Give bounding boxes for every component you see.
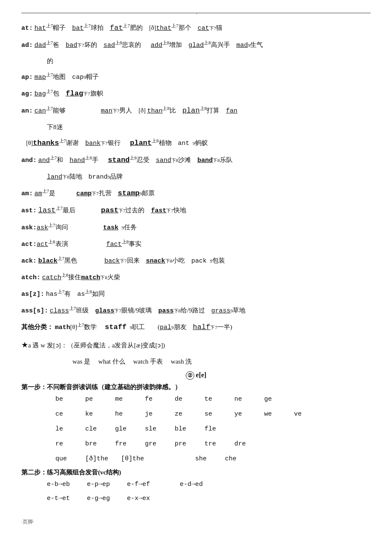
word-math: math <box>55 324 70 331</box>
row-and: and: and上7和 hand上8手 stand上8忍受 sand下8沙滩 b… <box>21 153 371 168</box>
label-ad: ad: <box>21 42 33 49</box>
meaning-ant: 蚂蚁 <box>195 139 208 146</box>
row-ack: ack: black上7黑色 back下7回来 snack下8小吃 pack 9… <box>21 254 371 268</box>
word-cap: cap <box>72 74 84 81</box>
word-black: black <box>38 257 58 265</box>
phonetic-th: [ð] <box>149 25 156 31</box>
word-stand: stand <box>108 156 130 164</box>
label-ag: ag: <box>21 90 33 98</box>
cell: fle <box>205 422 222 436</box>
label-ack: ack: <box>21 257 37 265</box>
row-am: am: am上7是 camp下7扎营 stamp9邮票 <box>21 186 371 201</box>
meaning-bank: 银行 <box>108 139 121 146</box>
content-body: at: hat上7帽子 bat上7球拍 fat上7肥的 [ð]that上7那个 … <box>21 21 371 506</box>
word-band: band <box>197 157 213 164</box>
section2-title: ② e[e] <box>21 371 371 380</box>
label-ast: ast: <box>21 207 37 214</box>
phonetic-thanks: [θ] <box>26 140 33 146</box>
word-stamp: stamp <box>118 189 140 197</box>
cell: ne <box>234 392 251 406</box>
cell: te <box>205 392 222 406</box>
cell: pe <box>85 392 102 406</box>
arrow-cell: e-f→ef <box>127 477 150 491</box>
section2-label: e[e] <box>196 371 207 379</box>
word-ant: ant <box>178 140 190 147</box>
meaning-flag: 旗帜 <box>90 90 103 97</box>
cell: [ð]the <box>85 452 108 466</box>
word-plan: plan <box>182 107 200 115</box>
row-atch: atch: catch上8接住match下8火柴 <box>21 270 371 284</box>
meaning-thanks: 谢谢 <box>66 139 79 146</box>
meaning-land: 陆地 <box>69 173 82 180</box>
cell: me <box>115 392 132 406</box>
word-pack: pack <box>191 257 207 265</box>
meaning-black: 黑色 <box>64 257 77 264</box>
label-ask: ask: <box>21 224 37 231</box>
label-ap: ap: <box>21 74 33 81</box>
word-was: was 是 <box>72 358 90 365</box>
cell: be <box>55 392 72 406</box>
row-ag: ag: bag上7包 flag下7旗帜 <box>21 87 371 101</box>
row-act: act:act上8表演 fact上8事实 <box>21 237 371 251</box>
meaning-ask: 询问 <box>55 224 68 231</box>
word-cat: cat <box>198 25 209 32</box>
meaning-match: 火柴 <box>107 274 120 280</box>
star-rule-text: a 遇 w 发[ɔ]：（巫师会魔法，a发音从[æ]变成[ɔ]) <box>28 342 165 349</box>
meaning-pass: 给/9路过 <box>181 307 205 314</box>
meaning-glass: 眼镜/9玻璃 <box>121 307 152 314</box>
meaning-hand: 手 <box>92 156 98 163</box>
word-mad: mad <box>236 42 248 49</box>
word-glass: glass <box>95 307 114 315</box>
cell: re <box>55 437 72 451</box>
cell: ble <box>175 422 192 436</box>
meaning-cap: 帽子 <box>86 73 99 80</box>
word-fast: fast <box>151 207 166 214</box>
cell: we <box>264 407 281 421</box>
cell: ce <box>55 407 72 421</box>
word-catch: catch <box>42 274 61 281</box>
arrow-row-2: e-t→et e-g→eg e-x→ex <box>21 491 371 506</box>
meaning-than: 比 <box>170 107 176 114</box>
word-than: than <box>147 107 162 115</box>
word-thanks: thanks <box>33 139 59 147</box>
cell: ge <box>264 392 281 406</box>
row-an-cont: 下8迷 <box>21 121 371 133</box>
arrow-row-1: e-b→eb e-p→ep e-f→ef e-d→ed <box>21 477 371 491</box>
word-pass: pass <box>158 307 173 315</box>
cell: ve <box>294 407 311 421</box>
row-star-rule: ★a 遇 w 发[ɔ]：（巫师会魔法，a发音从[æ]变成[ɔ]) <box>21 337 371 353</box>
word-add: add <box>151 42 162 49</box>
meaning-sand: 沙滩 <box>178 156 191 163</box>
label-atch: atch: <box>21 274 40 281</box>
arrow-cell: e-d→ed <box>180 477 203 491</box>
grid-row-5: que [ð]the [θ]the she che <box>21 452 371 466</box>
label-asss: ass[s]: <box>21 307 48 315</box>
row-an: an: can上7能够 man下7男人 [ð] than上8比 plan上8打算… <box>21 104 371 118</box>
word-sand: sand <box>156 157 171 164</box>
meaning-cat: 猫 <box>216 24 222 31</box>
cell: le <box>55 422 72 436</box>
word-dad: dad <box>35 42 46 49</box>
word-glad: glad <box>188 42 204 49</box>
meaning-task: 任务 <box>124 224 137 231</box>
word-am: am <box>35 190 42 197</box>
step1-label: 第一步：不问断音拼读训练（建立基础的拼读韵律感。） <box>21 383 371 391</box>
row-ad-cont: 的 <box>21 55 371 67</box>
top-line <box>21 13 371 13</box>
footer-text: ·页脚· <box>21 519 34 525</box>
meaning-plant: 植物 <box>159 139 172 146</box>
meaning-snack: 小吃 <box>172 257 185 264</box>
meaning-camp: 扎营 <box>99 190 112 197</box>
cell: he <box>115 407 132 421</box>
row-ask: ask:ask上7询问 task 9任务 <box>21 220 371 234</box>
cell: que <box>55 452 72 466</box>
arrow-cell: e-b→eb <box>47 477 70 491</box>
word-ask: ask <box>37 224 48 231</box>
word-bat: bat <box>72 25 84 32</box>
cell: ze <box>175 407 192 421</box>
meaning-grass: 草地 <box>233 307 245 314</box>
word-brand: brand <box>89 173 108 181</box>
word-fact: fact <box>107 241 122 248</box>
word-past: past <box>101 206 118 214</box>
star-icon: ★ <box>21 341 28 349</box>
